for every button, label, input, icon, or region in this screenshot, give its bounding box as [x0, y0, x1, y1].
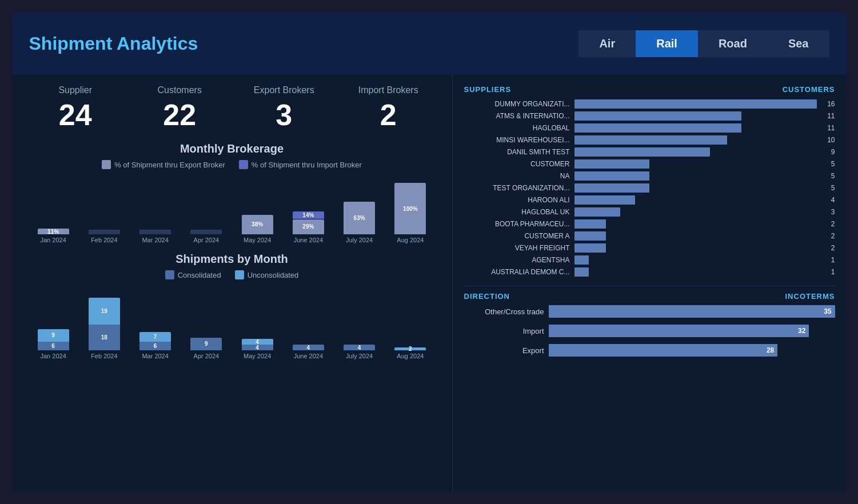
supplier-bar-container [574, 231, 817, 241]
direction-label: DIRECTION [464, 292, 510, 301]
shipments-chart-title: Shipments by Month [23, 253, 441, 266]
header: Shipment Analytics Air Rail Road Sea [12, 12, 847, 75]
legend-import-box [239, 160, 248, 169]
shipments-bar-wrapper: 44 [233, 287, 282, 350]
supplier-bar-container [574, 111, 817, 121]
shipments-bar-wrapper: 1918 [80, 287, 129, 350]
export-bar-segment: 100% [394, 183, 426, 234]
brokerage-bar-wrapper: 63% [335, 177, 384, 234]
stat-customers-value: 22 [127, 98, 232, 132]
supplier-row: HAGLOBAL UK3 [464, 207, 835, 217]
supplier-row: HAGLOBAL11 [464, 123, 835, 133]
stat-supplier: Supplier 24 [23, 85, 128, 132]
ship-month-label: Jan 2024 [40, 353, 66, 359]
direction-count: 32 [798, 327, 805, 335]
supplier-bar [574, 135, 727, 145]
supplier-row: ATMS & INTERNATIO...11 [464, 111, 835, 121]
incoterms-label: INCOTERMS [785, 292, 835, 301]
consolidated-segment: 18 [89, 325, 120, 350]
legend-consolidated-label: Consolidated [178, 271, 221, 279]
consolidated-segment: 6 [38, 342, 69, 350]
supplier-bar [574, 171, 649, 181]
tab-rail[interactable]: Rail [636, 30, 698, 57]
unconsolidated-segment: 19 [89, 298, 120, 325]
brokerage-bar-wrapper: 11% [29, 177, 78, 234]
bar-month-label: Mar 2024 [142, 237, 168, 243]
supplier-count: 11 [821, 112, 835, 120]
supplier-name: BOOTA PHARMACEU... [464, 220, 570, 228]
empty-bar-segment [139, 230, 171, 234]
supplier-bar-container [574, 171, 817, 181]
supplier-count: 9 [821, 148, 835, 156]
supplier-bar-container [574, 195, 817, 205]
direction-name: Other/Cross trade [464, 307, 544, 316]
right-panel-header: SUPPLIERS CUSTOMERS [464, 85, 835, 94]
shipments-bar-group: 4June 2024 [284, 287, 333, 359]
legend-import: % of Shipment thru Import Broker [239, 160, 362, 169]
direction-row: Export28 [464, 344, 835, 357]
ship-month-label: May 2024 [244, 353, 271, 359]
supplier-row: CUSTOMER A2 [464, 231, 835, 241]
supplier-name: TEST ORGANIZATION... [464, 184, 570, 192]
ship-month-label: Feb 2024 [91, 353, 117, 359]
supplier-name: DANIL SMITH TEST [464, 148, 570, 156]
consolidated-segment: 4 [344, 345, 375, 350]
tab-road[interactable]: Road [698, 30, 768, 57]
direction-count: 35 [824, 307, 831, 315]
brokerage-bar-group: 11%Jan 2024 [29, 177, 78, 243]
stat-customers-label: Customers [127, 85, 232, 95]
direction-bar: 28 [549, 344, 778, 357]
stat-import-brokers: Import Brokers 2 [336, 85, 441, 132]
supplier-name: HAGLOBAL UK [464, 208, 570, 216]
brokerage-bar-wrapper [182, 177, 230, 234]
bar-month-label: July 2024 [346, 237, 373, 243]
bar-month-label: Feb 2024 [91, 237, 117, 243]
supplier-count: 2 [821, 244, 835, 252]
export-bar-segment: 11% [38, 229, 69, 234]
supplier-bar-container [574, 243, 817, 253]
supplier-count: 5 [821, 184, 835, 192]
legend-unconsolidated-box [235, 270, 244, 279]
supplier-row: HAROON ALI4 [464, 195, 835, 205]
supplier-bar-container [574, 135, 817, 145]
supplier-count: 5 [821, 160, 835, 168]
supplier-row: BOOTA PHARMACEU...2 [464, 219, 835, 229]
shipments-bar-wrapper: 76 [131, 287, 179, 350]
shipments-bar-group: 4July 2024 [335, 287, 384, 359]
direction-list: Other/Cross trade35Import32Export28 [464, 305, 835, 357]
brokerage-chart-section: Monthly Brokerage % of Shipment thru Exp… [23, 142, 441, 243]
brokerage-bar-group: Mar 2024 [131, 177, 179, 243]
stat-import-label: Import Brokers [336, 85, 441, 95]
tab-sea[interactable]: Sea [768, 30, 829, 57]
supplier-list: DUMMY ORGANIZATI...16ATMS & INTERNATIO..… [464, 99, 835, 277]
suppliers-header: SUPPLIERS [464, 85, 512, 94]
stat-supplier-value: 24 [23, 98, 128, 132]
main-screen: Shipment Analytics Air Rail Road Sea Sup… [12, 12, 847, 492]
direction-section: DIRECTION INCOTERMS Other/Cross trade35I… [464, 292, 835, 357]
divider [464, 286, 835, 286]
supplier-bar [574, 207, 621, 217]
direction-name: Export [464, 346, 544, 355]
direction-bar-container: 35 [549, 305, 835, 318]
supplier-count: 5 [821, 172, 835, 180]
supplier-bar [574, 99, 817, 109]
brokerage-bar-wrapper [80, 177, 129, 234]
supplier-count: 2 [821, 220, 835, 228]
stat-import-value: 2 [336, 98, 441, 132]
unconsolidated-segment: 2 [394, 347, 426, 350]
brokerage-bar-wrapper: 14%29% [284, 177, 333, 234]
ship-month-label: Aug 2024 [397, 353, 424, 359]
supplier-row: DUMMY ORGANIZATI...16 [464, 99, 835, 109]
supplier-name: CUSTOMER [464, 160, 570, 168]
supplier-count: 11 [821, 124, 835, 132]
supplier-bar [574, 195, 635, 205]
direction-row: Import32 [464, 325, 835, 337]
supplier-bar-container [574, 255, 817, 265]
ship-month-label: July 2024 [346, 353, 373, 359]
tab-air[interactable]: Air [578, 30, 636, 57]
shipments-bar-wrapper: 96 [29, 287, 78, 350]
left-panel: Supplier 24 Customers 22 Export Brokers … [12, 75, 452, 492]
supplier-bar [574, 147, 710, 157]
supplier-row: TEST ORGANIZATION...5 [464, 183, 835, 193]
brokerage-legend: % of Shipment thru Export Broker % of Sh… [23, 160, 441, 169]
